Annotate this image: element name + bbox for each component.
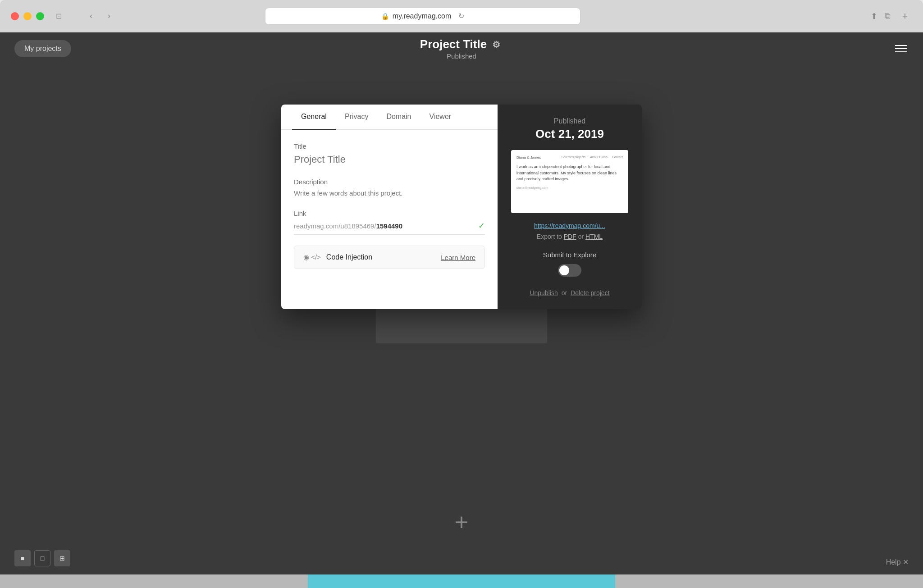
link-label: Link: [294, 210, 485, 217]
description-label: Description: [294, 178, 485, 186]
action-links: Unpublish or Delete project: [530, 289, 609, 296]
bottom-bar-mid: [308, 574, 616, 588]
code-injection-icon: ◉ </>: [303, 253, 321, 261]
preview-thumbnail: Diana & James Selected projects About Di…: [511, 150, 628, 213]
modal-left-panel: General Privacy Domain Viewer Title Desc…: [281, 105, 498, 309]
traffic-lights: [11, 12, 44, 20]
title-label: Title: [294, 142, 485, 150]
preview-nav-items: Selected projects About Diana Contact: [562, 155, 623, 160]
project-title: Project Title ⚙: [420, 37, 503, 51]
link-base-text: readymag.com/u81895469/: [294, 222, 376, 230]
learn-more-link[interactable]: Learn More: [441, 254, 475, 261]
code-injection-label: Code Injection: [326, 253, 372, 261]
project-title-area: Project Title ⚙ Published: [420, 37, 503, 60]
app-content: My projects Project Title ⚙ Published Pl…: [0, 32, 923, 588]
action-or-text: or: [562, 289, 567, 296]
browser-window: ⊡ ‹ › 🔒 my.readymag.com ↻ ⬆ ⧉ + My proje…: [0, 0, 923, 588]
link-slug-text[interactable]: 1594490: [376, 222, 402, 230]
project-url-link[interactable]: https://readymag.com/u...: [534, 222, 605, 229]
publish-status-text: Published: [554, 117, 585, 125]
bottom-bar: [0, 574, 923, 588]
explore-link[interactable]: Explore: [573, 251, 596, 259]
url-text: my.readymag.com: [393, 12, 451, 20]
code-injection-row: ◉ </> Code Injection Learn More: [294, 246, 485, 269]
add-page-button[interactable]: +: [455, 511, 468, 534]
preview-brand: Diana & James: [516, 155, 541, 160]
toolbar-rect-icon[interactable]: □: [34, 550, 50, 566]
toolbar-square-icon[interactable]: ■: [14, 550, 31, 566]
preview-nav-item-2: About Diana: [590, 155, 608, 160]
modal-tabs: General Privacy Domain Viewer: [281, 105, 498, 130]
tab-domain[interactable]: Domain: [377, 105, 420, 130]
published-status-label: Published: [447, 52, 476, 60]
export-label: Export to: [537, 233, 562, 240]
settings-gear-icon[interactable]: ⚙: [492, 39, 503, 50]
tab-viewer[interactable]: Viewer: [420, 105, 461, 130]
tab-general[interactable]: General: [292, 105, 336, 130]
modal-body: Title Description Link readymag.com/u818…: [281, 130, 498, 283]
bottom-bar-right: [615, 574, 923, 588]
close-button[interactable]: [11, 12, 19, 20]
hamburger-line-3: [895, 51, 907, 52]
browser-nav: ‹ ›: [84, 9, 116, 23]
modal-right-panel: Published Oct 21, 2019 Diana & James Sel…: [498, 105, 642, 309]
lock-icon: 🔒: [381, 13, 389, 20]
export-html-link[interactable]: HTML: [585, 233, 603, 240]
my-projects-button[interactable]: My projects: [14, 40, 71, 57]
minimize-button[interactable]: [23, 12, 32, 20]
export-pdf-text[interactable]: PDF: [564, 233, 576, 240]
sidebar-toggle-icon[interactable]: ⊡: [51, 9, 66, 23]
address-bar[interactable]: 🔒 my.readymag.com ↻: [265, 8, 580, 25]
submit-explore-label: Submit to Explore: [543, 251, 596, 259]
browser-actions: ⬆ ⧉: [871, 11, 891, 21]
delete-project-link[interactable]: Delete project: [571, 289, 609, 296]
browser-titlebar: ⊡ ‹ › 🔒 my.readymag.com ↻ ⬆ ⧉ +: [0, 0, 923, 32]
app-topbar: My projects Project Title ⚙ Published: [0, 32, 923, 65]
share-icon[interactable]: ⬆: [871, 11, 877, 21]
unpublish-link[interactable]: Unpublish: [530, 289, 557, 296]
preview-nav: Diana & James Selected projects About Di…: [516, 155, 623, 160]
back-button[interactable]: ‹: [84, 9, 98, 23]
link-valid-icon: ✓: [478, 221, 485, 231]
help-button[interactable]: Help ✕: [886, 558, 909, 566]
new-tab-button[interactable]: +: [898, 9, 912, 23]
explore-toggle[interactable]: [558, 264, 581, 277]
preview-small-text: diana@readymag.com: [516, 186, 623, 189]
export-row: Export to PDF or HTML: [537, 233, 603, 240]
settings-modal: General Privacy Domain Viewer Title Desc…: [281, 105, 642, 309]
preview-body-text: I work as an independent photographer fo…: [516, 164, 623, 182]
preview-nav-item-3: Contact: [612, 155, 623, 160]
title-input[interactable]: [294, 154, 485, 165]
hamburger-menu-button[interactable]: [893, 43, 909, 54]
description-input[interactable]: [294, 189, 485, 197]
fullscreen-icon[interactable]: ⧉: [885, 11, 891, 21]
bottom-toolbar: ■ □ ⊞: [14, 550, 70, 566]
maximize-button[interactable]: [36, 12, 44, 20]
export-or-label: or: [578, 233, 584, 240]
publish-date-text: Oct 21, 2019: [535, 127, 604, 141]
submit-text: Submit to: [543, 251, 571, 259]
project-title-text: Project Title: [420, 37, 487, 51]
hamburger-line-1: [895, 45, 907, 46]
link-row: readymag.com/u81895469/ 1594490 ✓: [294, 221, 485, 235]
toolbar-grid-icon[interactable]: ⊞: [54, 550, 70, 566]
forward-button[interactable]: ›: [102, 9, 116, 23]
tab-privacy[interactable]: Privacy: [336, 105, 377, 130]
bottom-bar-left: [0, 574, 308, 588]
refresh-icon[interactable]: ↻: [458, 12, 464, 20]
toggle-knob: [559, 265, 569, 275]
preview-nav-item-1: Selected projects: [562, 155, 586, 160]
hamburger-line-2: [895, 48, 907, 49]
